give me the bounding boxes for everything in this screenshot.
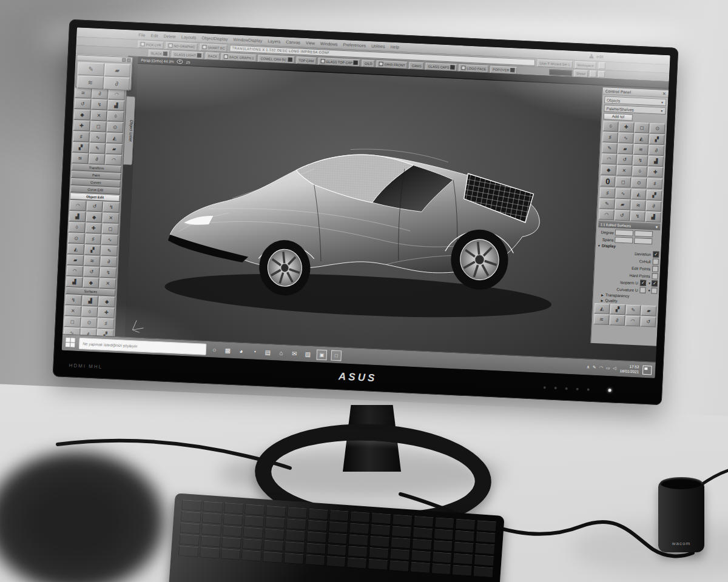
tool-icon[interactable]: ↯ — [633, 155, 649, 166]
layer-chip-cams[interactable]: CAMS — [410, 62, 424, 70]
tool-icon[interactable]: ◠ — [67, 266, 83, 276]
tool-icon[interactable]: ▰ — [615, 199, 630, 210]
layer-checkbox[interactable] — [450, 65, 454, 69]
close-icon[interactable]: ✕ — [662, 91, 666, 96]
tool-icon[interactable]: ≋ — [594, 314, 610, 325]
tool-icon[interactable]: ♯ — [600, 187, 616, 198]
tool-icon[interactable]: ✎ — [599, 198, 615, 209]
tool-icon[interactable]: ≋ — [77, 75, 103, 89]
mail-icon[interactable]: ✉ — [290, 349, 300, 358]
menu-item-preferences[interactable]: Preferences — [343, 42, 366, 48]
layout-toggle-button[interactable] — [599, 62, 606, 70]
tool-icon[interactable]: ▟ — [66, 276, 83, 287]
layer-checkbox[interactable] — [461, 65, 465, 70]
viewport[interactable]: Persp [Ortho] 44.3% 25 — [125, 56, 669, 362]
tool-icon[interactable]: ◭ — [631, 189, 647, 200]
tool-icon[interactable]: ↺ — [641, 316, 656, 327]
tool-icon[interactable]: ▞ — [84, 244, 101, 255]
network-icon[interactable]: ◠ — [599, 365, 603, 370]
tool-icon[interactable]: ✕ — [616, 165, 632, 176]
tool-icon[interactable]: ↯ — [91, 99, 107, 110]
menu-item-windowdisplay[interactable]: WindowDisplay — [233, 37, 262, 42]
shelf-tab[interactable]: Add tol — [604, 113, 633, 121]
tool-icon[interactable]: ◻ — [634, 122, 650, 133]
start-button[interactable] — [66, 338, 76, 348]
tool-icon[interactable]: ∂ — [89, 153, 105, 164]
layer-option-button-1[interactable] — [590, 70, 597, 78]
checkbox-cvhull[interactable] — [652, 258, 658, 264]
menu-item-layouts[interactable]: Layouts — [181, 35, 197, 39]
action-center-icon[interactable] — [642, 365, 652, 375]
tool-icon[interactable]: ↯ — [103, 202, 120, 213]
tool-icon[interactable]: ▟ — [69, 211, 86, 222]
layer-chip-gild[interactable]: GILD — [362, 59, 375, 67]
file-explorer-icon[interactable]: ▤ — [263, 347, 273, 357]
task-view-icon[interactable]: ▦ — [223, 346, 233, 355]
tool-icon[interactable]: ↺ — [75, 98, 91, 109]
tool-icon[interactable]: ◠ — [106, 155, 122, 166]
tool-icon[interactable]: ✎ — [625, 304, 641, 315]
workspace-button[interactable]: Workspace — [575, 61, 596, 69]
tool-icon[interactable]: ↯ — [65, 295, 81, 306]
layer-checkbox[interactable] — [163, 52, 167, 56]
tool-icon[interactable]: ✎ — [78, 62, 104, 76]
menu-item-help[interactable]: Help — [390, 45, 399, 50]
layer-checkbox[interactable] — [224, 55, 228, 59]
tool-icon[interactable]: ≋ — [633, 144, 649, 155]
store-icon[interactable]: ⌂ — [277, 348, 286, 358]
taskbar-clock[interactable]: 17:53 18/01/2021 — [619, 364, 639, 374]
tool-icon[interactable]: ◊ — [69, 222, 85, 233]
layer-checkbox[interactable] — [197, 53, 201, 58]
account-area[interactable]: edit — [589, 54, 604, 59]
tool-icon[interactable]: ◭ — [106, 133, 123, 144]
tool-icon[interactable]: ≋ — [72, 153, 88, 164]
app-tile-1[interactable]: ▣ — [316, 349, 327, 360]
layer-chip-top-cam[interactable]: TOP CAM — [296, 56, 316, 65]
layer-chip-black[interactable]: BLACK — [149, 49, 170, 58]
tool-icon[interactable]: ✎ — [101, 246, 117, 256]
tool-icon[interactable]: ◭ — [633, 133, 649, 144]
torus-tool-icon[interactable]: 0 — [600, 176, 615, 187]
tool-icon[interactable]: ▰ — [67, 255, 83, 266]
tool-icon[interactable]: ◭ — [595, 303, 610, 314]
tool-icon[interactable]: ◆ — [601, 164, 616, 175]
tool-icon[interactable]: ♯ — [98, 318, 114, 329]
tool-icon[interactable]: ◊ — [632, 166, 648, 177]
tool-icon[interactable]: ◊ — [81, 306, 98, 317]
layer-chip-back[interactable]: BACK — [206, 52, 220, 60]
tool-icon[interactable]: ✕ — [64, 306, 81, 316]
menu-item-objectdisplay[interactable]: ObjectDisplay — [201, 36, 228, 41]
tool-icon[interactable]: ↺ — [617, 154, 633, 165]
documents-icon[interactable]: ▨ — [303, 349, 313, 359]
tool-icon[interactable]: ∂ — [646, 201, 662, 212]
tool-icon[interactable]: ▰ — [106, 144, 122, 155]
tool-icon[interactable]: ⊙ — [68, 233, 84, 244]
menu-item-canvas[interactable]: Canvas — [286, 40, 300, 45]
edge-icon[interactable]: ◕ — [237, 346, 246, 356]
tool-icon[interactable]: ⊙ — [631, 178, 647, 189]
show-button[interactable]: Show! — [574, 69, 588, 77]
tool-icon[interactable]: ♯ — [85, 233, 101, 244]
checkbox-curvature-u[interactable] — [639, 287, 645, 293]
tool-icon[interactable]: ◻ — [102, 224, 118, 235]
checkbox-edit-points[interactable] — [652, 266, 658, 272]
degree-v-field[interactable] — [635, 230, 653, 237]
tool-icon[interactable]: ▰ — [104, 63, 130, 77]
tool-icon[interactable]: ✚ — [618, 122, 634, 133]
tool-icon[interactable]: ▟ — [645, 212, 661, 222]
tool-icon[interactable]: ◠ — [625, 315, 641, 326]
tool-icon[interactable]: ⊙ — [650, 123, 666, 134]
tool-icon[interactable]: ◻ — [615, 176, 631, 187]
tray-expand-icon[interactable]: ∧ — [587, 364, 590, 369]
tool-icon[interactable]: ∿ — [618, 132, 634, 143]
spans-v-field[interactable] — [634, 238, 652, 244]
osd-buttons[interactable] — [544, 386, 590, 391]
menu-item-edit[interactable]: Edit — [150, 33, 158, 38]
tool-icon[interactable]: ∂ — [649, 145, 664, 156]
tool-icon[interactable]: ◠ — [70, 200, 86, 211]
tool-icon[interactable]: ♯ — [647, 178, 662, 189]
layer-option-button-2[interactable] — [598, 71, 605, 78]
tool-icon[interactable]: ✚ — [98, 307, 115, 318]
tool-icon[interactable]: ▰ — [618, 143, 633, 154]
tool-icon[interactable]: ∂ — [101, 256, 117, 267]
